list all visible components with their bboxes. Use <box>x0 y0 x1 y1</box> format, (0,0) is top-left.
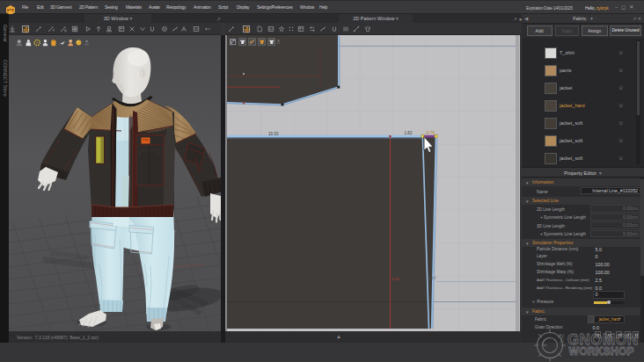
svg-text:-0.76: -0.76 <box>426 131 435 135</box>
svg-text:THE: THE <box>560 333 565 343</box>
svg-text:4.05: 4.05 <box>392 277 400 281</box>
svg-text:-0.17: -0.17 <box>428 276 437 280</box>
svg-text:WORKSHOP: WORKSHOP <box>569 345 634 358</box>
svg-text:1.82: 1.82 <box>405 131 413 135</box>
svg-text:15.53: 15.53 <box>268 132 279 136</box>
